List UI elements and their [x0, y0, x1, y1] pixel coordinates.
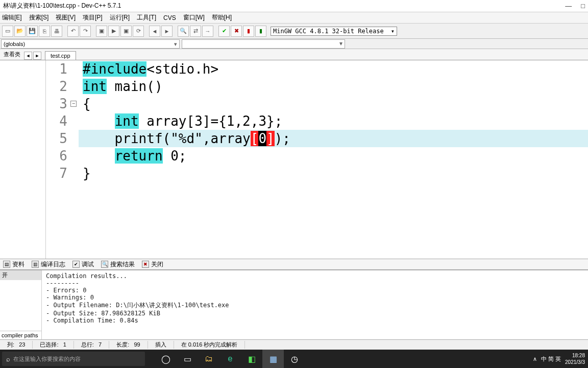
taskbar-app-1[interactable]: ▭ — [177, 350, 198, 368]
menu-project[interactable]: 项目[P] — [83, 13, 103, 22]
status-bar: 列: 23 已选择: 1 总行: 7 长度: 99 插入 在 0.016 秒内完… — [0, 339, 588, 350]
tab-compile-log[interactable]: ▥编译日志 — [32, 260, 65, 269]
back-icon[interactable]: ◄ — [149, 26, 160, 37]
edge-icon[interactable]: e — [219, 350, 241, 368]
resources-icon: ▤ — [3, 261, 10, 268]
goto-icon[interactable]: → — [202, 26, 213, 37]
class-browser[interactable] — [0, 60, 46, 259]
status-parse: 在 0.016 秒内完成解析 — [174, 341, 246, 349]
tabs-row: 查看类 ◄ ► test.cpp — [0, 49, 588, 60]
bottom-tab-bar: ▤资料 ▥编译日志 ✔调试 🔍搜索结果 ✖关闭 — [0, 259, 588, 270]
fold-icon[interactable]: − — [70, 101, 77, 107]
run-icon[interactable]: ▶ — [108, 26, 119, 37]
member-select[interactable] — [182, 39, 345, 49]
devcpp-icon[interactable]: ▦ — [262, 350, 284, 368]
code-editor[interactable]: 123 456 7 − #include<stdio.h> int main()… — [46, 60, 588, 259]
rebuild-icon[interactable]: ⟳ — [133, 26, 144, 37]
tab-debug[interactable]: ✔调试 — [72, 260, 94, 269]
tab-resources[interactable]: ▤资料 — [3, 260, 24, 269]
print-icon[interactable]: 🖶 — [51, 26, 62, 37]
compiler-select[interactable]: MinGW GCC 4.8.1 32-bit Release — [271, 27, 397, 36]
tab-prev-icon[interactable]: ◄ — [24, 52, 32, 60]
forward-icon[interactable]: ► — [161, 26, 173, 37]
menu-view[interactable]: 视图[V] — [56, 13, 76, 22]
output-panel: 开 compiler paths Compilation results... … — [0, 270, 588, 339]
save-all-icon[interactable]: ⎘ — [39, 26, 50, 37]
wechat-icon[interactable]: ◧ — [241, 350, 262, 368]
clock-app-icon[interactable]: ◷ — [284, 350, 305, 368]
clock[interactable]: 18:28 2021/3/3 — [565, 352, 585, 365]
menu-tools[interactable]: 工具[T] — [137, 13, 156, 22]
menu-help[interactable]: 帮助[H] — [212, 13, 232, 22]
status-selected: 已选择: 1 — [33, 341, 74, 349]
close-panel-icon: ✖ — [142, 261, 149, 268]
file-explorer-icon[interactable]: 🗂 — [198, 350, 219, 368]
compiler-paths-label[interactable]: compiler paths — [0, 331, 41, 339]
window-title: 林\讲义资料\1-100\test.cpp - Dev-C++ 5.7.1 — [3, 2, 565, 10]
search-results-icon: 🔍 — [101, 261, 108, 268]
open-file-icon[interactable]: 📂 — [14, 26, 26, 37]
replace-icon[interactable]: ⇄ — [190, 26, 201, 37]
log-side-header[interactable]: 开 — [0, 270, 41, 280]
taskbar-search[interactable]: ⌕ 在这里输入你要搜索的内容 — [2, 352, 145, 366]
search-placeholder: 在这里输入你要搜索的内容 — [13, 355, 81, 363]
line-gutter: 123 456 7 — [46, 60, 70, 182]
log-icon: ▥ — [32, 261, 39, 268]
tab-next-icon[interactable]: ► — [33, 52, 41, 60]
task-view-icon[interactable]: ◯ — [155, 350, 177, 368]
new-file-icon[interactable]: ▭ — [2, 26, 13, 37]
status-mode: 插入 — [148, 341, 174, 349]
title-bar: 林\讲义资料\1-100\test.cpp - Dev-C++ 5.7.1 — … — [0, 0, 588, 12]
tray-expand-icon[interactable]: ∧ — [533, 356, 537, 362]
menu-cvs[interactable]: CVS — [163, 14, 176, 21]
status-col: 列: 23 — [0, 341, 33, 349]
ime-indicator[interactable]: 中 简 英 — [541, 355, 561, 363]
class-view-tab[interactable]: 查看类 — [0, 51, 23, 58]
stop-icon[interactable]: ✖ — [231, 26, 242, 37]
windows-taskbar: ⌕ 在这里输入你要搜索的内容 ◯ ▭ 🗂 e ◧ ▦ ◷ ∧ 中 简 英 18:… — [0, 350, 588, 368]
system-tray[interactable]: ∧ 中 简 英 18:28 2021/3/3 — [533, 352, 588, 365]
undo-icon[interactable]: ↶ — [67, 26, 79, 37]
toolbar: ▭ 📂 💾 ⎘ 🖶 ↶ ↷ ▣ ▶ ▣ ⟳ ◄ ► 🔍 ⇄ → ✔ ✖ ▮ ▮ … — [0, 24, 588, 39]
compile-run-icon[interactable]: ▣ — [120, 26, 132, 37]
maximize-button[interactable]: □ — [581, 2, 585, 10]
scope-select[interactable]: (globals) — [1, 39, 180, 49]
stats-icon[interactable]: ▮ — [255, 26, 266, 37]
save-icon[interactable]: 💾 — [27, 26, 38, 37]
compile-icon[interactable]: ▣ — [96, 26, 107, 37]
tab-close[interactable]: ✖关闭 — [142, 260, 163, 269]
status-length: 长度: 99 — [109, 341, 148, 349]
debug-panel-icon: ✔ — [72, 261, 80, 268]
find-icon[interactable]: 🔍 — [178, 26, 189, 37]
compile-output[interactable]: Compilation results... --------- - Error… — [42, 270, 588, 339]
menu-bar: 编辑[E] 搜索[S] 视图[V] 项目[P] 运行[R] 工具[T] CVS … — [0, 12, 588, 24]
profile-icon[interactable]: ▮ — [243, 26, 254, 37]
menu-edit[interactable]: 编辑[E] — [2, 13, 22, 22]
tab-search-results[interactable]: 🔍搜索结果 — [101, 260, 135, 269]
debug-icon[interactable]: ✔ — [218, 26, 230, 37]
menu-search[interactable]: 搜索[S] — [29, 13, 49, 22]
minimize-button[interactable]: — — [565, 2, 572, 10]
search-icon: ⌕ — [6, 355, 10, 363]
scope-row: (globals) — [0, 39, 588, 49]
code-content[interactable]: #include<stdio.h> int main() { int array… — [79, 60, 588, 182]
status-total-lines: 总行: 7 — [74, 341, 109, 349]
menu-window[interactable]: 窗口[W] — [183, 13, 205, 22]
menu-run[interactable]: 运行[R] — [110, 13, 130, 22]
redo-icon[interactable]: ↷ — [80, 26, 91, 37]
main-area: 123 456 7 − #include<stdio.h> int main()… — [0, 60, 588, 259]
file-tab-test[interactable]: test.cpp — [45, 51, 76, 60]
